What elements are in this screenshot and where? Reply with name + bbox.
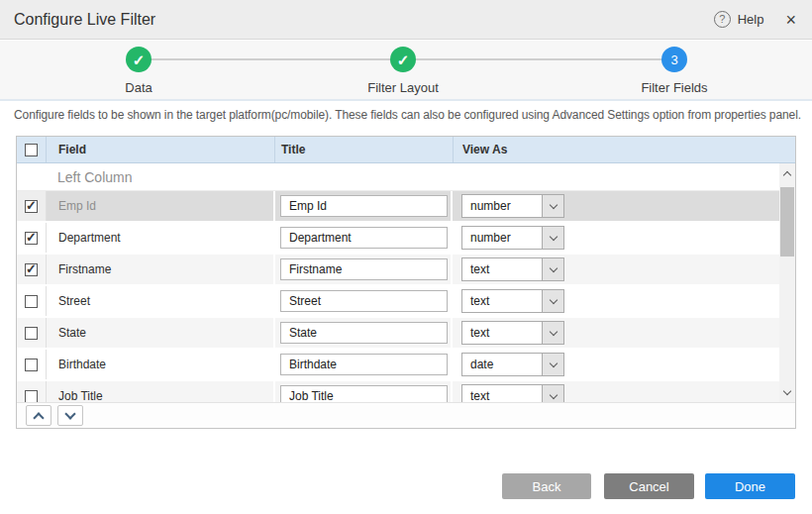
row-checkbox[interactable] <box>25 200 38 213</box>
row-title-input[interactable] <box>280 227 448 249</box>
row-field-label: Firstname <box>47 255 275 284</box>
row-title-cell <box>275 223 453 253</box>
scrollbar-up-icon[interactable] <box>779 165 795 180</box>
select-dropdown-button[interactable] <box>542 227 563 249</box>
chevron-up-icon <box>33 412 44 423</box>
row-viewas-cell: text <box>453 381 779 402</box>
step-filter-layout[interactable]: ✓ Filter Layout <box>334 47 472 95</box>
view-as-select[interactable]: text <box>461 289 564 313</box>
row-viewas-cell: number <box>453 191 779 221</box>
select-all-checkbox[interactable] <box>25 144 38 156</box>
view-as-select[interactable]: number <box>461 194 564 218</box>
table-row[interactable]: Job Title text <box>17 381 779 402</box>
filter-fields-table: Field Title View As Left Column Emp Id n… <box>16 136 796 429</box>
row-viewas-value: number <box>462 199 542 213</box>
row-viewas-value: text <box>462 389 542 402</box>
select-dropdown-button[interactable] <box>542 322 563 344</box>
row-checkbox[interactable] <box>25 232 38 245</box>
row-viewas-cell: text <box>453 286 779 316</box>
row-viewas-cell: text <box>453 255 779 284</box>
row-field-label: Department <box>47 223 275 253</box>
row-title-cell <box>275 255 453 284</box>
select-dropdown-button[interactable] <box>542 354 563 375</box>
table-body-rows: Left Column Emp Id number Department <box>17 163 779 402</box>
row-checkbox[interactable] <box>25 263 38 276</box>
table-row[interactable]: Firstname text <box>17 255 779 284</box>
move-down-button[interactable] <box>57 405 83 426</box>
table-row[interactable]: Department number <box>17 223 779 253</box>
view-as-select[interactable]: number <box>461 226 564 250</box>
row-title-cell <box>275 350 453 379</box>
select-dropdown-button[interactable] <box>542 385 563 402</box>
step-done-icon[interactable]: ✓ <box>390 47 416 72</box>
step-number-badge[interactable]: 3 <box>661 47 687 72</box>
table-row[interactable]: Birthdate date <box>17 350 779 379</box>
row-title-cell <box>275 286 453 316</box>
done-button[interactable]: Done <box>705 473 795 499</box>
select-dropdown-button[interactable] <box>542 290 563 312</box>
row-checkbox[interactable] <box>25 359 38 371</box>
chevron-down-icon <box>549 295 557 303</box>
select-dropdown-button[interactable] <box>542 258 563 280</box>
row-viewas-cell: text <box>453 318 779 348</box>
move-up-button[interactable] <box>26 405 51 426</box>
row-viewas-value: text <box>462 294 542 308</box>
row-title-input[interactable] <box>280 195 448 217</box>
table-row[interactable]: Street text <box>17 286 779 316</box>
step-filter-fields[interactable]: 3 Filter Fields <box>605 47 744 95</box>
view-as-select[interactable]: text <box>461 384 564 402</box>
row-viewas-value: text <box>462 262 542 276</box>
group-row-left-column: Left Column <box>17 163 779 191</box>
back-button[interactable]: Back <box>502 473 591 499</box>
row-checkbox[interactable] <box>25 295 38 308</box>
row-title-input[interactable] <box>280 385 448 402</box>
row-title-input[interactable] <box>280 258 448 280</box>
table-body: Left Column Emp Id number Department <box>17 163 795 402</box>
scrollbar-thumb[interactable] <box>780 187 794 257</box>
row-checkbox[interactable] <box>25 327 38 340</box>
row-checkbox-cell <box>17 286 47 316</box>
row-title-input[interactable] <box>280 322 448 344</box>
row-viewas-value: date <box>462 358 542 371</box>
row-field-label: State <box>47 318 275 348</box>
vertical-scrollbar[interactable] <box>779 163 795 402</box>
step-data[interactable]: ✓ Data <box>69 47 208 95</box>
check-icon: ✓ <box>397 52 410 67</box>
column-header-title: Title <box>275 137 454 162</box>
row-field-label: Emp Id <box>47 191 275 221</box>
table-row[interactable]: Emp Id number <box>17 191 779 221</box>
select-all-cell <box>17 137 47 162</box>
view-as-select[interactable]: text <box>461 257 564 281</box>
row-viewas-value: number <box>462 231 542 245</box>
dialog-description: Configure fields to be shown in the targ… <box>14 108 808 122</box>
row-title-input[interactable] <box>280 290 448 312</box>
chevron-down-icon <box>549 327 557 335</box>
page-title: Configure Live Filter <box>14 11 155 29</box>
chevron-down-icon <box>549 359 557 366</box>
row-title-cell <box>275 381 453 402</box>
close-icon[interactable]: × <box>785 11 796 29</box>
step-label: Data <box>69 80 208 95</box>
row-checkbox-cell <box>17 318 47 348</box>
row-checkbox[interactable] <box>25 390 38 403</box>
scrollbar-down-icon[interactable] <box>779 385 795 400</box>
row-checkbox-cell <box>17 223 47 253</box>
select-dropdown-button[interactable] <box>542 195 563 217</box>
view-as-select[interactable]: text <box>461 321 564 345</box>
table-row[interactable]: State text <box>17 318 779 348</box>
row-field-label: Birthdate <box>47 350 275 379</box>
row-title-input[interactable] <box>280 354 448 375</box>
row-title-cell <box>275 318 453 348</box>
row-checkbox-cell <box>17 381 47 402</box>
step-done-icon[interactable]: ✓ <box>126 47 152 72</box>
row-checkbox-cell <box>17 255 47 284</box>
step-label: Filter Fields <box>605 80 744 95</box>
row-title-cell <box>275 191 453 221</box>
help-icon[interactable]: ? <box>714 11 731 28</box>
chevron-down-icon <box>64 408 75 419</box>
help-button[interactable]: Help <box>738 12 764 27</box>
wizard-stepper: ✓ Data ✓ Filter Layout 3 Filter Fields <box>0 41 812 101</box>
cancel-button[interactable]: Cancel <box>604 473 694 499</box>
row-checkbox-cell <box>17 191 47 221</box>
view-as-select[interactable]: date <box>461 353 564 376</box>
